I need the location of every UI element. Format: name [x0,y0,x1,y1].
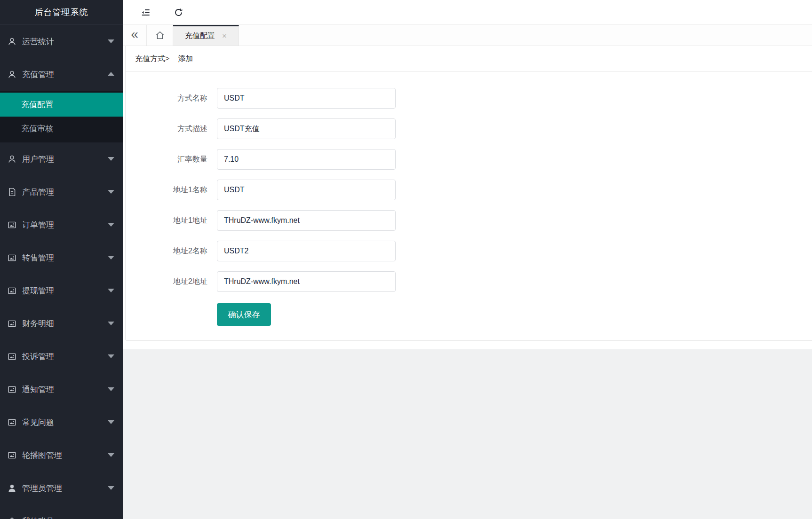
recharge-config-form: 方式名称 方式描述 汇率数量 地址1名称 地址1地址 [126,72,812,340]
home-tab-button[interactable] [147,25,173,46]
form-row: 地址2名称 [126,241,812,261]
image-icon [7,417,17,427]
sidebar-item-label: 运营统计 [22,36,54,47]
close-icon[interactable]: × [222,32,227,40]
address1-address-label: 地址1地址 [126,216,207,226]
sidebar-item-notice-management[interactable]: 通知管理 [0,373,123,406]
address2-address-input[interactable] [217,271,396,292]
breadcrumb: 充值方式> 添加 [126,46,812,72]
form-row: 地址1地址 [126,210,812,231]
image-icon [7,352,17,362]
home-icon [155,30,165,40]
sidebar-item-resale-management[interactable]: 转售管理 [0,241,123,274]
double-chevron-left-icon: « [131,28,138,41]
method-desc-label: 方式描述 [126,124,207,134]
content-card: 充值方式> 添加 方式名称 方式描述 汇率数量 地址1名称 [125,46,812,341]
method-name-input[interactable] [217,88,396,109]
sidebar-item-my-account[interactable]: 我的账号 [0,504,123,519]
sidebar-item-label: 通知管理 [22,384,54,395]
sidebar-item-user-management[interactable]: 用户管理 [0,142,123,175]
sidebar-item-label: 我的账号 [22,516,54,519]
user-outline-icon [7,37,17,47]
method-name-label: 方式名称 [126,94,207,103]
sidebar-item-label: 轮播图管理 [22,450,62,461]
image-icon [7,253,17,263]
recharge-submenu: 充值配置 充值审核 [0,91,123,142]
sidebar: 后台管理系统 运营统计 充值管理 充值配置 充值审核 [0,0,123,519]
sidebar-subitem-recharge-config[interactable]: 充值配置 [0,93,123,117]
form-row: 地址1名称 [126,180,812,200]
chevron-up-icon [108,72,114,76]
chevron-down-icon [108,39,114,43]
exchange-rate-input[interactable] [217,149,396,170]
sidebar-item-carousel-management[interactable]: 轮播图管理 [0,439,123,472]
app-title: 后台管理系统 [0,0,123,25]
sidebar-item-label: 管理员管理 [22,483,62,494]
chevron-down-icon [108,420,114,424]
collapse-tabs-button[interactable]: « [123,25,147,46]
sidebar-item-label: 转售管理 [22,252,54,263]
chevron-down-icon [108,453,114,457]
sidebar-item-faq[interactable]: 常见问题 [0,406,123,439]
exchange-rate-label: 汇率数量 [126,155,207,165]
address1-address-input[interactable] [217,210,396,231]
form-row: 方式描述 [126,118,812,139]
sidebar-item-product-management[interactable]: 产品管理 [0,175,123,208]
chevron-down-icon [108,157,114,161]
image-icon [7,220,17,230]
sidebar-item-admin-management[interactable]: 管理员管理 [0,472,123,504]
image-icon [7,319,17,329]
refresh-icon[interactable] [174,8,183,17]
tab-label: 充值配置 [185,31,215,41]
sidebar-item-recharge-management[interactable]: 充值管理 [0,58,123,91]
sidebar-item-label: 充值管理 [22,69,54,80]
sidebar-item-complaint-management[interactable]: 投诉管理 [0,340,123,373]
address2-address-label: 地址2地址 [126,277,207,287]
app-window: 后台管理系统 运营统计 充值管理 充值配置 充值审核 [0,0,812,519]
address2-name-input[interactable] [217,241,396,261]
chevron-down-icon [108,190,114,194]
sidebar-item-label: 订单管理 [22,220,54,230]
sidebar-item-withdrawal-management[interactable]: 提现管理 [0,274,123,307]
main-area: « 充值配置 × 充值方式> 添加 方 [123,0,812,519]
user-solid-icon [7,483,17,493]
sidebar-item-finance-detail[interactable]: 财务明细 [0,307,123,340]
chevron-down-icon [108,387,114,391]
form-row: 汇率数量 [126,149,812,170]
image-icon [7,286,17,296]
sidebar-item-label: 用户管理 [22,154,54,165]
chevron-down-icon [108,322,114,325]
address2-name-label: 地址2名称 [126,246,207,256]
sidebar-item-order-management[interactable]: 订单管理 [0,208,123,241]
image-icon [7,450,17,460]
image-icon [7,385,17,394]
sidebar-item-label: 投诉管理 [22,351,54,362]
sidebar-subitem-recharge-review[interactable]: 充值审核 [0,117,123,141]
topbar [123,0,812,25]
breadcrumb-parent[interactable]: 充值方式> [135,54,169,64]
method-desc-input[interactable] [217,118,396,139]
menu-fold-icon[interactable] [140,7,151,18]
chevron-down-icon [108,256,114,260]
document-icon [7,187,17,197]
address1-name-label: 地址1名称 [126,185,207,195]
page-background-area [123,349,812,519]
breadcrumb-current: 添加 [178,54,193,64]
sidebar-item-label: 提现管理 [22,285,54,296]
form-row: 方式名称 [126,88,812,109]
chevron-down-icon [108,289,114,292]
chevron-down-icon [108,354,114,358]
tab-strip: « 充值配置 × [123,25,812,46]
confirm-save-button[interactable]: 确认保存 [217,303,271,326]
address1-name-input[interactable] [217,180,396,200]
user-outline-icon [7,154,17,164]
sidebar-item-label: 财务明细 [22,318,54,329]
sidebar-item-operation-stats[interactable]: 运营统计 [0,25,123,58]
sidebar-item-label: 产品管理 [22,187,54,197]
tab-recharge-config[interactable]: 充值配置 × [173,25,239,46]
user-outline-icon [7,70,17,79]
home-icon [7,516,17,519]
chevron-down-icon [108,486,114,490]
chevron-down-icon [108,223,114,227]
sidebar-item-label: 常见问题 [22,417,54,428]
